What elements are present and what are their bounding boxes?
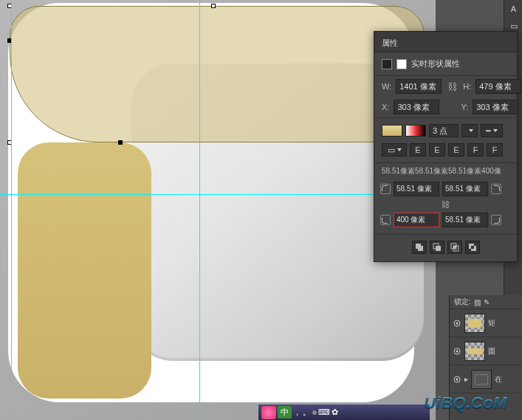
- ime-lang-button[interactable]: 中: [278, 406, 292, 419]
- layer-name[interactable]: 圆: [488, 346, 495, 357]
- fill-swatch[interactable]: [382, 125, 402, 137]
- corner-summary: 58.51像素58.51像素58.51像素400像: [374, 162, 517, 179]
- stroke-width-stepper[interactable]: [461, 124, 478, 137]
- shape-gold-rect: [18, 142, 151, 399]
- folder-thumb[interactable]: [471, 370, 492, 389]
- x-label: X:: [382, 103, 389, 111]
- layer-thumb[interactable]: [464, 342, 485, 361]
- height-field[interactable]: [475, 79, 521, 94]
- svg-rect-1: [418, 246, 423, 251]
- svg-rect-3: [436, 246, 441, 251]
- guide-vertical[interactable]: [11, 0, 12, 420]
- layer-row[interactable]: ▸ 在: [450, 365, 522, 393]
- corner-br-icon: [491, 215, 501, 225]
- lock-row: 锁定: ▨ ✎: [450, 295, 522, 309]
- corner-top-row: [374, 179, 517, 199]
- selection-anchor[interactable]: [118, 140, 123, 145]
- corner-tl-field[interactable]: [394, 182, 439, 196]
- fill-stroke-row: 3 点 ━: [374, 117, 517, 140]
- selection-handle[interactable]: [211, 4, 216, 8]
- corner-bottom-row: [374, 210, 517, 230]
- y-label: Y:: [461, 103, 468, 111]
- ime-settings-icon[interactable]: ✿: [332, 407, 338, 417]
- corner-bl-icon: [380, 215, 391, 225]
- visibility-icon[interactable]: [453, 319, 461, 328]
- position-row: X: ⛓ Y:: [374, 97, 517, 117]
- link-wh-icon[interactable]: ⛓: [446, 81, 459, 92]
- svg-point-11: [456, 322, 459, 324]
- cap-butt-button[interactable]: E: [410, 143, 426, 156]
- ime-mic-icon[interactable]: [312, 410, 317, 415]
- layer-thumb[interactable]: [464, 314, 485, 333]
- corner-br-field[interactable]: [442, 213, 488, 227]
- lock-brush-icon[interactable]: ✎: [484, 298, 490, 306]
- properties-panel: 属性 实时形状属性 W: ⛓ H: X: ⛓ Y: 3 点 ━ ▭ E E E …: [374, 31, 518, 262]
- live-shape-title-row: 实时形状属性: [374, 52, 517, 76]
- stroke-align-dropdown[interactable]: ▭: [382, 143, 407, 156]
- layer-name[interactable]: 在: [495, 374, 502, 385]
- stroke-style-dropdown[interactable]: ━: [481, 124, 503, 137]
- lock-transparent-icon[interactable]: ▨: [474, 298, 481, 306]
- guide-horizontal[interactable]: [0, 194, 436, 195]
- svg-rect-6: [453, 246, 456, 249]
- size-row: W: ⛓ H:: [374, 76, 517, 97]
- subtract-shapes-button[interactable]: [430, 241, 444, 254]
- corner-tl-icon: [380, 184, 391, 194]
- layer-name[interactable]: 矩: [488, 318, 495, 328]
- canvas[interactable]: [0, 0, 436, 420]
- svg-point-15: [456, 378, 459, 380]
- join-round-button[interactable]: F: [487, 143, 503, 156]
- shape-gold-top-selected[interactable]: [10, 6, 425, 142]
- guide-vertical[interactable]: [199, 0, 200, 420]
- stroke-options-row: ▭ E E E F F: [374, 140, 517, 159]
- combine-shapes-button[interactable]: [412, 241, 427, 254]
- expand-arrow-icon[interactable]: ▸: [464, 375, 468, 383]
- stroke-width-value: 3 点: [433, 125, 447, 137]
- visibility-icon[interactable]: [453, 375, 461, 384]
- intersect-shapes-button[interactable]: [447, 241, 462, 254]
- watermark: UiBQ.CoM: [424, 393, 507, 413]
- ime-punct-button[interactable]: ，: [293, 407, 301, 418]
- svg-rect-9: [471, 246, 474, 249]
- mask-badge-icon: [396, 59, 407, 69]
- ime-toolbar[interactable]: 中 ， 。 ⌨ ✿: [258, 404, 430, 420]
- tab-properties[interactable]: 属性: [380, 35, 399, 52]
- corner-tr-field[interactable]: [442, 182, 488, 196]
- h-label: H:: [463, 82, 471, 91]
- stroke-swatch[interactable]: [405, 125, 426, 137]
- w-label: W:: [382, 82, 391, 91]
- ime-keyboard-icon[interactable]: ⌨: [318, 407, 330, 417]
- corner-bl-field[interactable]: [394, 213, 439, 227]
- y-field[interactable]: [473, 100, 518, 114]
- lock-label: 锁定:: [454, 297, 471, 307]
- exclude-shapes-button[interactable]: [465, 241, 480, 254]
- link-corners-icon[interactable]: ⛓: [374, 199, 517, 210]
- ime-logo-icon[interactable]: [261, 406, 276, 419]
- x-field[interactable]: [394, 100, 439, 114]
- pathfinder-row: [374, 234, 517, 261]
- join-miter-button[interactable]: F: [467, 143, 484, 156]
- layer-row[interactable]: 圆: [450, 337, 522, 365]
- ime-full-button[interactable]: 。: [303, 407, 311, 418]
- live-shape-title: 实时形状属性: [411, 58, 460, 69]
- width-field[interactable]: [396, 79, 442, 94]
- type-tool-icon[interactable]: A: [505, 1, 522, 17]
- shape-badge-icon: [382, 59, 392, 69]
- panel-tabs: 属性: [374, 32, 517, 52]
- corner-tr-icon: [491, 184, 501, 194]
- layer-row[interactable]: 矩: [450, 309, 522, 337]
- svg-point-13: [456, 350, 459, 352]
- cap-round-button[interactable]: E: [429, 143, 445, 156]
- visibility-icon[interactable]: [453, 347, 461, 356]
- stroke-width-field[interactable]: 3 点: [429, 124, 459, 137]
- cap-square-button[interactable]: E: [448, 143, 464, 156]
